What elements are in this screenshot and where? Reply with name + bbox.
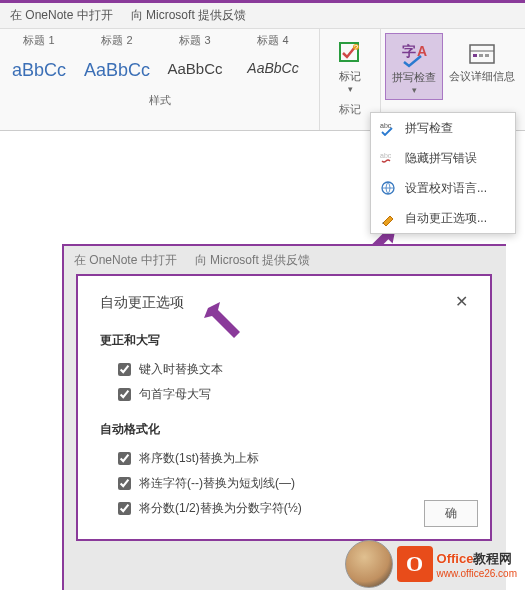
style-heading3[interactable]: 标题 3 <box>156 31 234 50</box>
autocorrect-dialog: 自动更正选项 ✕ 更正和大写 键入时替换文本 句首字母大写 自动格式化 将序数(… <box>76 274 492 541</box>
style-preview-2: AaBbCc <box>80 56 154 85</box>
svg-rect-7 <box>473 54 477 57</box>
svg-rect-9 <box>485 54 489 57</box>
group-label-styles: 样式 <box>0 89 319 112</box>
style-heading2[interactable]: 标题 2 <box>78 31 156 50</box>
dialog-title: 自动更正选项 <box>100 294 468 312</box>
style-preview-3: AaBbCc <box>158 56 232 81</box>
svg-text:abc: abc <box>380 122 392 129</box>
chevron-down-icon: ▾ <box>348 84 353 94</box>
group-label-tag: 标记 <box>335 98 365 121</box>
svg-rect-8 <box>479 54 483 57</box>
spelling-dropdown-menu: abc 拼写检查 abc 隐藏拼写错误 设置校对语言... 自动更正选项... <box>370 112 516 234</box>
language-icon <box>379 179 397 197</box>
menu-autocorrect-options[interactable]: 自动更正选项... <box>371 203 515 233</box>
option-replace-text[interactable]: 键入时替换文本 <box>100 357 468 382</box>
svg-text:字: 字 <box>402 43 416 59</box>
styles-group: 标题 1 标题 2 标题 3 标题 4 aBbCc AaBbCc AaBbCc … <box>0 29 320 130</box>
hide-errors-icon: abc <box>379 149 397 167</box>
dialog-title-bar: 在 OneNote 中打开 向 Microsoft 提供反馈 <box>64 246 506 275</box>
checkbox-fractions[interactable] <box>118 502 131 515</box>
give-feedback-link[interactable]: 向 Microsoft 提供反馈 <box>131 7 246 24</box>
option-capitalize[interactable]: 句首字母大写 <box>100 382 468 407</box>
autocorrect-icon <box>379 209 397 227</box>
svg-text:abc: abc <box>380 152 392 159</box>
style-heading4[interactable]: 标题 4 <box>234 31 312 50</box>
checkbox-hyphens[interactable] <box>118 477 131 490</box>
checkbox-replace-text[interactable] <box>118 363 131 376</box>
style-preview-4: AaBbCc <box>236 56 310 80</box>
annotation-arrow-diag <box>200 300 250 354</box>
ok-button[interactable]: 确 <box>424 500 478 527</box>
style-preview-1: aBbCc <box>2 56 76 85</box>
checkbox-ordinals[interactable] <box>118 452 131 465</box>
title-bar: 在 OneNote 中打开 向 Microsoft 提供反馈 <box>0 0 525 29</box>
checkbox-capitalize[interactable] <box>118 388 131 401</box>
watermark-url: www.office26.com <box>437 568 517 579</box>
meeting-details-button[interactable]: 会议详细信息 <box>443 33 521 100</box>
menu-hide-errors[interactable]: abc 隐藏拼写错误 <box>371 143 515 173</box>
give-feedback-link-2[interactable]: 向 Microsoft 提供反馈 <box>195 252 310 269</box>
section-autoformat: 自动格式化 <box>100 421 468 438</box>
option-ordinals[interactable]: 将序数(1st)替换为上标 <box>100 446 468 471</box>
avatar <box>345 540 393 588</box>
open-in-onenote-link-2[interactable]: 在 OneNote 中打开 <box>74 252 177 269</box>
menu-spell-check[interactable]: abc 拼写检查 <box>371 113 515 143</box>
spelling-icon: 字A <box>398 38 430 70</box>
close-button[interactable]: ✕ <box>449 290 474 313</box>
svg-text:?: ? <box>354 43 359 52</box>
style-heading1[interactable]: 标题 1 <box>0 31 78 50</box>
tag-icon: ? <box>334 37 366 69</box>
office-logo-icon: O <box>397 546 433 582</box>
calendar-icon <box>466 37 498 69</box>
watermark: O Office教程网 www.office26.com <box>345 540 517 588</box>
menu-set-language[interactable]: 设置校对语言... <box>371 173 515 203</box>
spelling-check-button[interactable]: 字A 拼写检查 ▾ <box>385 33 443 100</box>
dialog-backdrop: 在 OneNote 中打开 向 Microsoft 提供反馈 自动更正选项 ✕ … <box>62 244 506 590</box>
section-correction: 更正和大写 <box>100 332 468 349</box>
chevron-down-icon: ▾ <box>412 85 417 95</box>
watermark-brand: Office教程网 <box>437 551 513 566</box>
check-abc-icon: abc <box>379 119 397 137</box>
open-in-onenote-link[interactable]: 在 OneNote 中打开 <box>10 7 113 24</box>
tag-button[interactable]: ? 标记 ▾ <box>324 33 376 98</box>
